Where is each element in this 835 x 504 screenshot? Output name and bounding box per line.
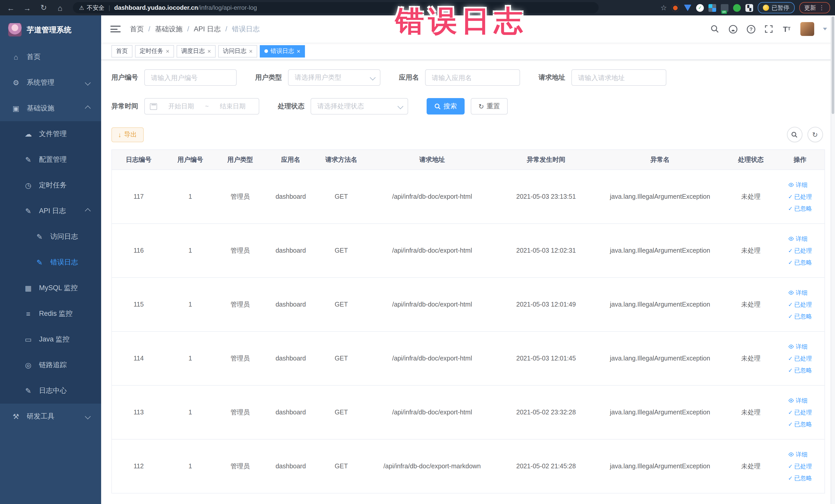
op-detail-link[interactable]: 详细 — [788, 180, 808, 190]
op-ignored-link[interactable]: ✓已忽略 — [788, 203, 812, 214]
cell-app: dashboard — [265, 331, 317, 385]
op-ignored-link[interactable]: ✓已忽略 — [788, 257, 812, 267]
back-icon[interactable]: ← — [5, 3, 16, 12]
sidebar-item-error-log[interactable]: ✎错误日志 — [0, 249, 101, 275]
tab-job[interactable]: 定时任务× — [135, 45, 174, 57]
sidebar-item-log-center[interactable]: ✎日志中心 — [0, 378, 101, 404]
extensions-puzzle-icon[interactable]: ▚ — [746, 4, 753, 12]
table-header-row: 日志编号用户编号用户类型应用名请求方法名请求地址异常发生时间异常名处理状态操作 — [112, 150, 824, 170]
export-button[interactable]: ↓ 导出 — [111, 127, 143, 142]
avatar[interactable] — [800, 22, 814, 36]
close-icon[interactable]: × — [207, 48, 211, 54]
op-detail-link[interactable]: 详细 — [788, 341, 808, 352]
trace-icon: ◎ — [23, 361, 34, 369]
sidebar-item-file[interactable]: ☁文件管理 — [0, 121, 101, 147]
sidebar-menu: ⌂首页⚙系统管理▣基础设施☁文件管理✎配置管理◷定时任务✎API 日志✎访问日志… — [0, 44, 101, 429]
op-ignored-link[interactable]: ✓已忽略 — [788, 473, 812, 483]
sidebar-item-trace[interactable]: ◎链路追踪 — [0, 352, 101, 378]
extension-leaf-icon[interactable] — [733, 4, 741, 12]
search-button[interactable]: 搜索 — [427, 98, 465, 115]
sidebar-item-job[interactable]: ◷定时任务 — [0, 173, 101, 198]
request-url-input[interactable] — [571, 69, 666, 86]
op-label: 已忽略 — [794, 203, 812, 214]
sidebar-item-java[interactable]: ▭Java 监控 — [0, 327, 101, 352]
refresh-table-button[interactable]: ↻ — [807, 127, 823, 142]
op-ignored-link[interactable]: ✓已忽略 — [788, 311, 812, 321]
extension-grid-icon[interactable] — [709, 4, 716, 12]
extension-orange-icon[interactable] — [672, 4, 679, 12]
op-detail-link[interactable]: 详细 — [788, 396, 808, 406]
extension-green-check-icon[interactable]: ✓ — [696, 4, 704, 12]
op-ignored-link[interactable]: ✓已忽略 — [788, 365, 812, 375]
update-button[interactable]: 更新 ⋮ — [799, 2, 830, 13]
filter-row-1: 用户编号 用户类型 请选择用户类型 应用名 — [111, 69, 825, 86]
scrollbar[interactable] — [830, 15, 835, 504]
op-ignored-link[interactable]: ✓已忽略 — [788, 419, 812, 429]
close-icon[interactable]: × — [166, 48, 169, 54]
fullscreen-icon[interactable] — [764, 24, 773, 34]
main-area: 首页/基础设施/API 日志/错误日志 ? TT — [101, 15, 835, 504]
help-icon[interactable]: ? — [746, 24, 755, 34]
chevron-down-icon[interactable] — [823, 28, 827, 30]
sidebar-item-access-log[interactable]: ✎访问日志 — [0, 224, 101, 249]
op-label: 已处理 — [794, 245, 812, 256]
logo-row[interactable]: 芋道管理系统 — [0, 15, 101, 44]
app-title: 芋道管理系统 — [27, 25, 72, 35]
sidebar-item-config[interactable]: ✎配置管理 — [0, 147, 101, 173]
hamburger-icon[interactable] — [110, 24, 121, 34]
scrollbar-thumb[interactable] — [831, 16, 834, 114]
op-detail-link[interactable]: 详细 — [788, 234, 808, 244]
kebab-menu-icon[interactable]: ⋮ — [819, 4, 825, 11]
op-label: 已忽略 — [794, 311, 812, 321]
forward-icon[interactable]: → — [22, 3, 33, 12]
paused-badge[interactable]: 已暂停 — [758, 2, 794, 13]
user-id-input[interactable] — [144, 69, 237, 86]
close-icon[interactable]: × — [297, 48, 300, 54]
sidebar-item-label: 基础设施 — [27, 104, 55, 113]
breadcrumb-item-infra[interactable]: 基础设施 — [155, 24, 183, 34]
font-size-icon[interactable]: TT — [782, 24, 791, 34]
exception-time-range[interactable]: 开始日期 ~ 结束日期 — [144, 98, 259, 115]
breadcrumb-item-api-log[interactable]: API 日志 — [194, 24, 221, 34]
sidebar-item-dev-tools[interactable]: ⚒研发工具 — [0, 404, 101, 429]
home-icon[interactable]: ⌂ — [55, 3, 66, 12]
toggle-search-button[interactable] — [787, 127, 802, 142]
search-icon[interactable] — [710, 24, 719, 34]
bookmark-star-icon[interactable]: ☆ — [660, 4, 667, 12]
tab-error-log[interactable]: 错误日志× — [260, 45, 305, 57]
tab-access-log[interactable]: 访问日志× — [218, 45, 257, 57]
tab-job-log[interactable]: 调度日志× — [177, 45, 216, 57]
op-detail-link[interactable]: 详细 — [788, 449, 808, 460]
filter-process-status: 处理状态 请选择处理状态 — [278, 98, 408, 115]
sidebar-item-home[interactable]: ⌂首页 — [0, 44, 101, 70]
op-processed-link[interactable]: ✓已处理 — [788, 191, 812, 202]
op-detail-link[interactable]: 详细 — [788, 287, 808, 298]
sidebar-item-api-log[interactable]: ✎API 日志 — [0, 198, 101, 224]
sidebar-item-mysql[interactable]: ▦MySQL 监控 — [0, 275, 101, 301]
process-status-select[interactable]: 请选择处理状态 — [311, 98, 408, 115]
sidebar-item-redis[interactable]: ≡Redis 监控 — [0, 301, 101, 327]
op-processed-link[interactable]: ✓已处理 — [788, 407, 812, 418]
error-log-table: 日志编号用户编号用户类型应用名请求方法名请求地址异常发生时间异常名处理状态操作 … — [111, 149, 825, 493]
close-icon[interactable]: × — [249, 48, 252, 54]
reset-button[interactable]: ↻ 重置 — [471, 98, 508, 115]
extension-on-badge-icon[interactable] — [721, 4, 729, 12]
download-icon: ↓ — [118, 131, 121, 138]
security-label[interactable]: 不安全 — [87, 4, 104, 12]
sidebar-item-infra[interactable]: ▣基础设施 — [0, 96, 101, 121]
cell-time: 2021-05-03 12:01:45 — [498, 331, 594, 385]
tab-home[interactable]: 首页 — [111, 45, 133, 57]
op-processed-link[interactable]: ✓已处理 — [788, 461, 812, 471]
cell-actions: 详细✓已处理✓已忽略 — [776, 278, 824, 331]
app-name-input[interactable] — [425, 69, 520, 86]
op-processed-link[interactable]: ✓已处理 — [788, 245, 812, 256]
sidebar-item-system[interactable]: ⚙系统管理 — [0, 70, 101, 96]
reload-icon[interactable]: ↻ — [38, 3, 49, 12]
op-processed-link[interactable]: ✓已处理 — [788, 299, 812, 310]
extension-blue-icon[interactable] — [684, 4, 692, 11]
user-type-select[interactable]: 请选择用户类型 — [288, 69, 381, 86]
github-icon[interactable] — [728, 24, 737, 34]
op-processed-link[interactable]: ✓已处理 — [788, 353, 812, 364]
cell-time: 2021-05-02 21:45:28 — [498, 439, 594, 493]
breadcrumb-item-home[interactable]: 首页 — [130, 24, 144, 34]
